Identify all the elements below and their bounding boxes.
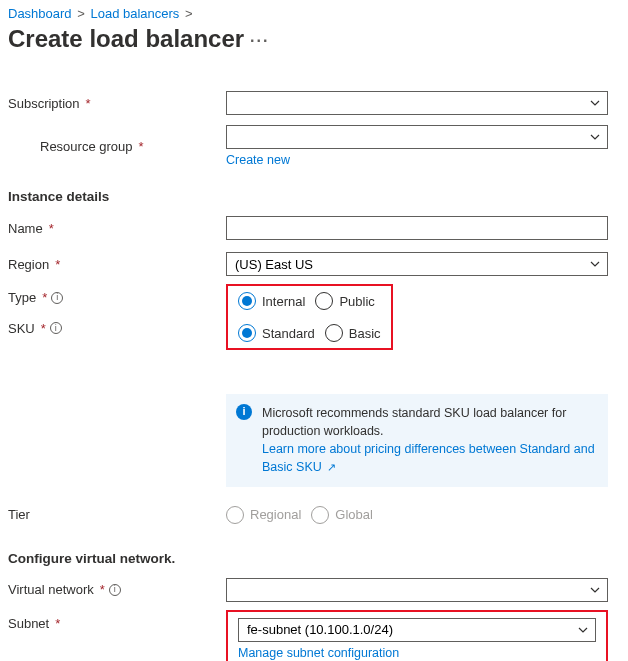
label-region: Region* [8,257,226,272]
label-virtual-network: Virtual network* i [8,582,226,597]
chevron-right-icon: > [77,6,85,21]
highlight-type-sku: Internal Public Standard Basic [226,284,393,350]
sku-pricing-link[interactable]: Learn more about pricing differences bet… [262,442,595,474]
label-subscription: Subscription* [8,96,226,111]
section-instance-details: Instance details [8,189,620,204]
radio-sku-standard[interactable]: Standard [238,324,315,342]
section-configure-vn: Configure virtual network. [8,551,620,566]
breadcrumb: Dashboard > Load balancers > [8,4,620,25]
external-link-icon: ↗ [327,461,336,473]
radio-type-public[interactable]: Public [315,292,374,310]
info-banner: i Microsoft recommends standard SKU load… [226,394,608,487]
subscription-select[interactable] [226,91,608,115]
chevron-right-icon: > [185,6,193,21]
virtual-network-select[interactable] [226,578,608,602]
radio-tier-global: Global [311,506,373,524]
label-subnet: Subnet* [8,616,226,631]
breadcrumb-load-balancers[interactable]: Load balancers [90,6,179,21]
label-type: Type* i [8,290,226,305]
radio-sku-basic[interactable]: Basic [325,324,381,342]
region-select[interactable]: (US) East US [226,252,608,276]
label-resource-group: Resource group* [8,139,226,154]
info-icon[interactable]: i [50,322,62,334]
info-icon[interactable]: i [109,584,121,596]
breadcrumb-dashboard[interactable]: Dashboard [8,6,72,21]
label-name: Name* [8,221,226,236]
more-icon[interactable]: ··· [250,32,269,49]
label-tier: Tier [8,507,226,522]
manage-subnet-link[interactable]: Manage subnet configuration [238,646,596,660]
create-new-link[interactable]: Create new [226,153,608,167]
label-sku: SKU* i [8,321,226,336]
subnet-select[interactable]: fe-subnet (10.100.1.0/24) [238,618,596,642]
info-icon[interactable]: i [51,292,63,304]
resource-group-select[interactable] [226,125,608,149]
radio-type-internal[interactable]: Internal [238,292,305,310]
name-input[interactable] [226,216,608,240]
highlight-subnet-ip: fe-subnet (10.100.1.0/24) Manage subnet … [226,610,608,662]
page-title: Create load balancer··· [8,25,620,53]
radio-tier-regional: Regional [226,506,301,524]
info-solid-icon: i [236,404,252,420]
